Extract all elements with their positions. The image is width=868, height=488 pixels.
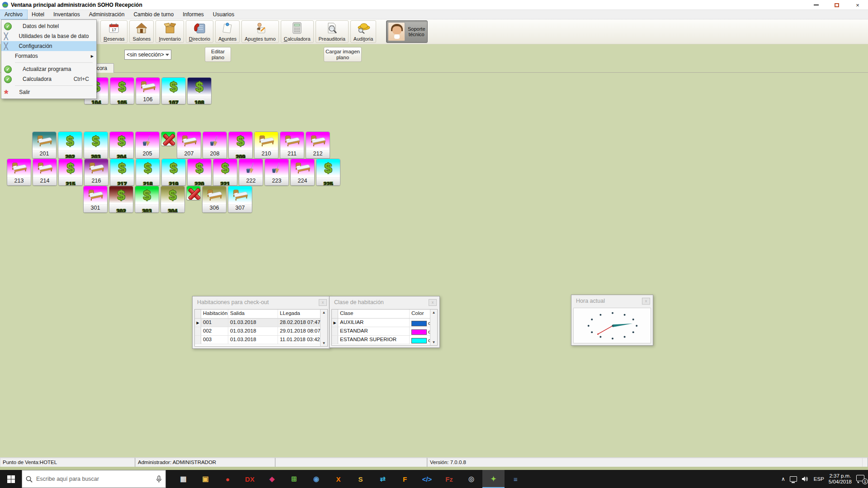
column-habitacion[interactable]: Habitación [201, 310, 228, 318]
taskbar-app-icon[interactable]: ▣ [194, 470, 217, 488]
panel-close-button[interactable]: x [429, 299, 437, 306]
menu-item[interactable]: ▶ [1, 84, 96, 87]
taskbar-clock[interactable]: 2:37 p.m. 5/04/2018 [829, 473, 852, 485]
room-tile[interactable]: $ 305 [186, 186, 201, 200]
scroll-down-icon[interactable]: ▼ [322, 341, 326, 345]
menubar-item[interactable]: Administración [85, 10, 129, 19]
room-tile[interactable]: $ 201 [32, 131, 57, 159]
plan-selector-dropdown[interactable]: <sin selección> [124, 50, 171, 60]
menubar-item[interactable]: Usuarios [208, 10, 239, 19]
taskbar-app-icon[interactable]: S [349, 470, 372, 488]
room-tile[interactable]: $ 208 [203, 131, 227, 159]
clock-panel-titlebar[interactable]: Hora actual x [571, 295, 653, 307]
menu-item[interactable]: Datos del hotel ▶ [1, 21, 96, 31]
taskbar-app-icon[interactable]: DX [239, 470, 261, 488]
checkout-scrollbar[interactable]: ▲ ▼ [320, 310, 327, 346]
taskbar-app-icon[interactable]: ▦ [172, 470, 194, 488]
taskbar-search[interactable]: Escribe aquí para buscar [22, 470, 166, 488]
soporte-tecnico-button[interactable]: Soporte técnico [386, 20, 428, 43]
directorio-button[interactable]: Directorio [186, 20, 213, 43]
scroll-up-icon[interactable]: ▲ [432, 310, 436, 314]
room-tile[interactable]: $ 303 [135, 186, 159, 213]
taskbar-app-icon[interactable]: ◎ [460, 470, 482, 488]
menubar-item[interactable]: Cambio de turno [129, 10, 178, 19]
room-tile[interactable]: $ 207 [177, 131, 201, 159]
apuntes-button[interactable]: Apuntes [215, 20, 240, 43]
room-tile[interactable]: $ 210 [254, 131, 278, 159]
taskbar-app-icon[interactable]: ⇄ [372, 470, 394, 488]
room-tile[interactable]: $ 106 [136, 77, 160, 104]
room-tile[interactable]: $ 203 [84, 131, 108, 159]
room-tile[interactable]: $ 221 [213, 159, 237, 186]
room-tile[interactable]: $ 205 [135, 131, 160, 159]
menu-item[interactable]: Configuración ▶ [1, 41, 96, 51]
taskbar-app-icon[interactable]: Fz [438, 470, 460, 488]
room-tile[interactable]: $ 304 [160, 186, 185, 213]
maximize-button[interactable] [826, 0, 847, 10]
apuntes-turno-button[interactable]: Apuntes turno [241, 20, 279, 43]
menu-item[interactable]: Calculadora Ctrl+C ▶ [1, 74, 96, 84]
editar-plano-button[interactable]: Editar plano [205, 47, 231, 62]
room-tile[interactable]: $ 211 [280, 131, 304, 159]
taskbar-app-icon[interactable]: ◆ [261, 470, 283, 488]
checkout-row[interactable]: 003 01.03.2018 11.01.2018 03:42 [195, 336, 327, 344]
auditoria-button[interactable]: Auditoria [350, 20, 376, 43]
reservas-button[interactable]: 17 Reservas [100, 20, 127, 43]
menu-item[interactable]: Salir ▶ [1, 87, 96, 97]
class-row[interactable]: ESTANDAR clFuc [332, 327, 437, 336]
start-button[interactable] [0, 470, 22, 488]
checkout-row[interactable]: 002 01.03.2018 29.01.2018 08:07 [195, 327, 327, 336]
menubar-item[interactable]: Archivo [0, 10, 27, 19]
room-tile[interactable]: $ 206 [161, 131, 175, 146]
room-tile[interactable]: $ 222 [239, 159, 263, 186]
menubar-item[interactable]: Hotel [27, 10, 49, 19]
room-tile[interactable]: $ 204 [109, 131, 134, 159]
menu-item[interactable]: Actualizar programa ▶ [1, 64, 96, 74]
class-panel-titlebar[interactable]: Clase de habitación x [330, 296, 439, 308]
checkout-row[interactable]: ▶ 001 01.03.2018 28.02.2018 07:47 [195, 319, 327, 327]
room-tile[interactable]: $ 216 [84, 159, 108, 186]
menu-item[interactable]: Formatos ▶ [1, 51, 96, 61]
menubar-item[interactable]: Inventarios [49, 10, 85, 19]
cargar-imagen-plano-button[interactable]: Cargar imagen plano [324, 47, 362, 62]
network-icon[interactable] [790, 476, 797, 482]
speaker-icon[interactable] [802, 476, 809, 482]
taskbar-app-icon[interactable]: ⊞ [283, 470, 305, 488]
room-tile[interactable]: $ 105 [110, 77, 134, 104]
panel-close-button[interactable]: x [642, 298, 650, 305]
menubar-item[interactable]: Informes [178, 10, 208, 19]
room-tile[interactable]: $ 213 [7, 159, 31, 186]
scroll-up-icon[interactable]: ▲ [322, 310, 326, 314]
room-tile[interactable]: $ 214 [33, 159, 57, 186]
taskbar-app-icon[interactable]: ● [217, 470, 239, 488]
taskbar-app-icon[interactable]: ◉ [305, 470, 327, 488]
room-tile[interactable]: $ 307 [228, 186, 252, 213]
column-clase[interactable]: Clase [338, 310, 410, 318]
panel-close-button[interactable]: x [319, 299, 327, 306]
taskbar-app-icon[interactable]: ≡ [505, 470, 527, 488]
notification-center-icon[interactable]: 1 [856, 475, 866, 483]
room-tile[interactable]: $ 306 [202, 186, 226, 213]
close-button[interactable]: × [847, 0, 868, 10]
room-tile[interactable]: $ 202 [58, 131, 82, 159]
room-tile[interactable]: $ 212 [306, 131, 330, 159]
room-tile[interactable]: $ 301 [83, 186, 108, 213]
class-row[interactable]: ▶ AUXILIAR clMer [332, 319, 437, 327]
room-tile[interactable]: $ 219 [161, 159, 186, 186]
column-salida[interactable]: Salida [228, 310, 278, 318]
microphone-icon[interactable] [156, 475, 162, 483]
class-row[interactable]: ESTANDAR SUPERIOR clAqu [332, 336, 437, 344]
room-tile[interactable]: $ 217 [110, 159, 134, 186]
room-tile[interactable]: $ 224 [290, 159, 315, 186]
room-tile[interactable]: $ 108 [187, 77, 212, 104]
room-tile[interactable]: $ 302 [109, 186, 133, 213]
language-indicator[interactable]: ESP [814, 476, 824, 482]
minimize-button[interactable] [806, 0, 826, 10]
room-tile[interactable]: $ 209 [228, 131, 253, 159]
room-tile[interactable]: $ 220 [187, 159, 212, 186]
preauditoria-button[interactable]: Preauditoria [316, 20, 349, 43]
taskbar-app-icon[interactable]: F [394, 470, 416, 488]
calculadora-button[interactable]: Calculadora [281, 20, 314, 43]
taskbar-app-icon[interactable]: </> [416, 470, 438, 488]
room-tile[interactable]: $ 223 [264, 159, 289, 186]
